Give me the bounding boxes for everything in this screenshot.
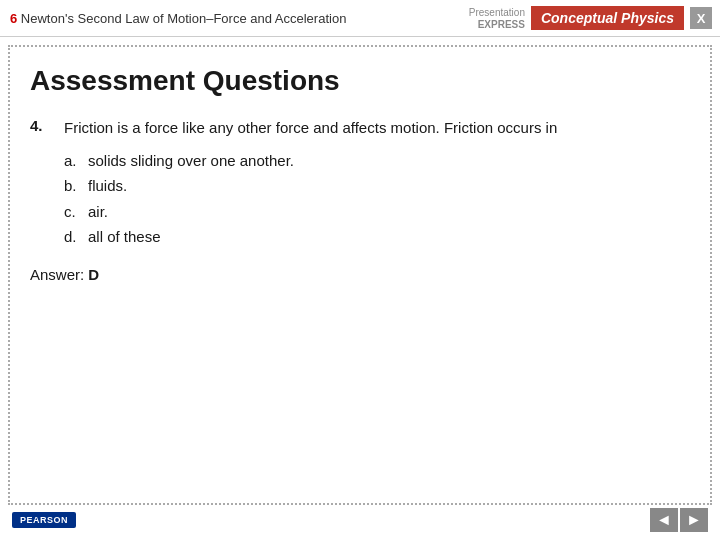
- question-block: 4. Friction is a force like any other fo…: [30, 117, 690, 250]
- answer-value: D: [88, 266, 99, 283]
- answer-line: Answer: D: [30, 266, 690, 283]
- nav-arrows: ◄ ►: [650, 508, 708, 532]
- chapter-title: Newton's Second Law of Motion–Force and …: [21, 11, 347, 26]
- slide-frame: Assessment Questions 4. Friction is a fo…: [8, 45, 712, 505]
- choice-text: all of these: [88, 224, 161, 250]
- nav-next-button[interactable]: ►: [680, 508, 708, 532]
- question-content: Friction is a force like any other force…: [64, 117, 557, 250]
- list-item: a.solids sliding over one another.: [64, 148, 557, 174]
- list-item: c.air.: [64, 199, 557, 225]
- choices-list: a.solids sliding over one another.b.flui…: [64, 148, 557, 250]
- list-item: d.all of these: [64, 224, 557, 250]
- choice-text: fluids.: [88, 173, 127, 199]
- choice-letter: c.: [64, 199, 80, 225]
- choice-letter: b.: [64, 173, 80, 199]
- brand-box: Conceptual Physics: [531, 6, 684, 30]
- header-right: PresentationEXPRESS Conceptual Physics X: [469, 6, 712, 30]
- choice-text: air.: [88, 199, 108, 225]
- footer: PEARSON ◄ ►: [8, 508, 712, 532]
- header: 6 Newton's Second Law of Motion–Force an…: [0, 0, 720, 37]
- pearson-logo: PEARSON: [12, 512, 76, 528]
- answer-label: Answer:: [30, 266, 84, 283]
- nav-prev-button[interactable]: ◄: [650, 508, 678, 532]
- list-item: b.fluids.: [64, 173, 557, 199]
- brand-title: Conceptual Physics: [541, 10, 674, 26]
- header-title: 6 Newton's Second Law of Motion–Force an…: [10, 11, 346, 26]
- question-number: 4.: [30, 117, 50, 250]
- choice-letter: d.: [64, 224, 80, 250]
- presentation-express-label: PresentationEXPRESS: [469, 7, 525, 30]
- choice-letter: a.: [64, 148, 80, 174]
- slide-title: Assessment Questions: [30, 65, 690, 97]
- close-button[interactable]: X: [690, 7, 712, 29]
- chapter-num: 6: [10, 11, 17, 26]
- question-text: Friction is a force like any other force…: [64, 117, 557, 140]
- choice-text: solids sliding over one another.: [88, 148, 294, 174]
